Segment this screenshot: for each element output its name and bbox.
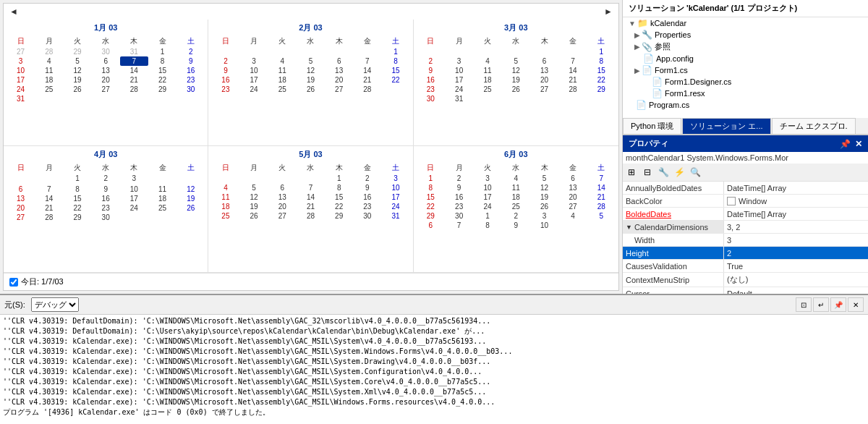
prop-row-3[interactable]: ▼CalendarDimensions3, 2 <box>623 221 868 234</box>
cal-day[interactable]: 2 <box>176 47 205 56</box>
cal-day[interactable]: 1 <box>417 174 445 183</box>
cal-day[interactable]: 14 <box>35 194 63 203</box>
cal-day[interactable]: 31 <box>120 47 148 56</box>
cal-day[interactable]: 8 <box>63 185 91 194</box>
cal-day[interactable]: 1 <box>587 47 616 56</box>
cal-day[interactable]: 10 <box>7 66 35 75</box>
cal-day[interactable]: 22 <box>63 203 91 213</box>
cal-day[interactable]: 28 <box>558 85 587 94</box>
tree-item-2[interactable]: 📄App.config <box>623 53 868 64</box>
cal-day[interactable]: 3 <box>120 174 148 183</box>
cal-day[interactable]: 23 <box>417 85 445 94</box>
cal-day[interactable]: 13 <box>325 66 353 75</box>
cal-day[interactable]: 17 <box>445 75 473 85</box>
cal-day[interactable]: 7 <box>587 174 616 183</box>
cal-day[interactable]: 15 <box>325 192 353 202</box>
cal-day[interactable]: 17 <box>240 75 268 85</box>
tree-item-3[interactable]: ▶📄Form1.cs <box>623 64 868 76</box>
cal-day[interactable]: 27 <box>92 85 120 94</box>
cal-day[interactable]: 1 <box>148 47 176 56</box>
cal-day[interactable]: 5 <box>530 174 558 183</box>
cal-day[interactable]: 3 <box>381 174 409 183</box>
cal-day[interactable]: 22 <box>148 75 176 85</box>
cal-day[interactable]: 26 <box>240 211 268 221</box>
cal-day[interactable]: 21 <box>35 203 63 213</box>
cal-day[interactable]: 8 <box>325 183 353 192</box>
cal-day[interactable]: 3 <box>530 211 558 221</box>
cal-day[interactable]: 15 <box>381 66 409 75</box>
cal-day[interactable]: 30 <box>92 47 120 56</box>
cal-day[interactable]: 31 <box>7 94 35 103</box>
cal-day[interactable]: 31 <box>445 94 473 103</box>
tab-1[interactable]: ソリューション エ... <box>682 118 770 134</box>
cal-day[interactable]: 5 <box>502 56 530 66</box>
cal-day[interactable]: 11 <box>148 185 176 194</box>
cal-day[interactable]: 27 <box>7 213 35 222</box>
cal-day[interactable]: 15 <box>587 66 616 75</box>
cal-day[interactable]: 27 <box>268 211 297 221</box>
cal-day[interactable]: 11 <box>268 66 297 75</box>
cal-day[interactable]: 20 <box>530 75 558 85</box>
cal-day[interactable]: 12 <box>240 192 268 202</box>
cal-day[interactable]: 3 <box>445 56 473 66</box>
close-icon[interactable]: ✕ <box>855 139 862 149</box>
next-month-button[interactable]: ► <box>604 7 613 17</box>
cal-day[interactable]: 27 <box>325 85 353 94</box>
cal-day[interactable]: 26 <box>63 85 91 94</box>
cal-day[interactable]: 17 <box>120 194 148 203</box>
prop-row-5[interactable]: Height2 <box>623 247 868 260</box>
prop-row-0[interactable]: AnnuallyBoldedDatesDateTime[] Array <box>623 182 868 195</box>
cal-day[interactable]: 9 <box>417 66 445 75</box>
cal-day[interactable]: 8 <box>473 221 501 230</box>
cal-day[interactable]: 22 <box>381 75 409 85</box>
props-properties-btn[interactable]: 🔧 <box>656 165 671 179</box>
cal-day[interactable]: 28 <box>297 211 325 221</box>
cal-day[interactable]: 18 <box>268 75 297 85</box>
cal-day[interactable]: 27 <box>530 85 558 94</box>
today-checkbox[interactable] <box>9 278 18 287</box>
cal-day[interactable]: 12 <box>63 66 91 75</box>
cal-day[interactable]: 25 <box>268 85 297 94</box>
cal-day[interactable]: 21 <box>587 192 616 202</box>
cal-day[interactable]: 6 <box>7 185 35 194</box>
cal-day[interactable]: 1 <box>325 174 353 183</box>
prop-row-6[interactable]: CausesValidationTrue <box>623 260 868 273</box>
cal-day[interactable]: 28 <box>353 85 381 94</box>
cal-day[interactable]: 10 <box>381 183 409 192</box>
cal-day[interactable]: 30 <box>176 85 205 94</box>
output-clear-btn[interactable]: ⊡ <box>796 297 812 312</box>
tree-item-project[interactable]: ▼📁kCalendar <box>623 17 868 29</box>
cal-day[interactable]: 9 <box>211 66 239 75</box>
cal-day[interactable]: 26 <box>297 85 325 94</box>
cal-day[interactable]: 9 <box>502 221 530 230</box>
cal-day[interactable]: 24 <box>120 203 148 213</box>
cal-day[interactable]: 16 <box>445 192 473 202</box>
cal-day[interactable]: 16 <box>92 194 120 203</box>
cal-day[interactable]: 5 <box>587 211 616 221</box>
cal-day[interactable]: 19 <box>240 202 268 211</box>
prop-row-4[interactable]: Width3 <box>623 234 868 247</box>
cal-day[interactable]: 19 <box>297 75 325 85</box>
cal-day[interactable]: 1 <box>473 211 501 221</box>
cal-day[interactable]: 4 <box>558 211 587 221</box>
cal-day[interactable]: 4 <box>502 174 530 183</box>
cal-day[interactable]: 25 <box>502 202 530 211</box>
cal-day[interactable]: 13 <box>7 194 35 203</box>
cal-day[interactable]: 22 <box>587 75 616 85</box>
cal-day[interactable]: 23 <box>211 85 239 94</box>
cal-day[interactable]: 23 <box>176 75 205 85</box>
cal-day[interactable]: 9 <box>176 56 205 66</box>
cal-day[interactable]: 31 <box>381 211 409 221</box>
cal-day[interactable]: 28 <box>35 47 63 56</box>
cal-day[interactable]: 6 <box>325 56 353 66</box>
cal-day[interactable]: 2 <box>502 211 530 221</box>
cal-day[interactable]: 29 <box>417 211 445 221</box>
cal-day[interactable]: 11 <box>35 66 63 75</box>
cal-day[interactable]: 9 <box>445 183 473 192</box>
cal-day[interactable]: 24 <box>445 85 473 94</box>
cal-day[interactable]: 28 <box>120 85 148 94</box>
cal-day[interactable]: 13 <box>558 183 587 192</box>
cal-day[interactable]: 20 <box>7 203 35 213</box>
cal-day[interactable]: 5 <box>297 56 325 66</box>
cal-day[interactable]: 22 <box>417 202 445 211</box>
